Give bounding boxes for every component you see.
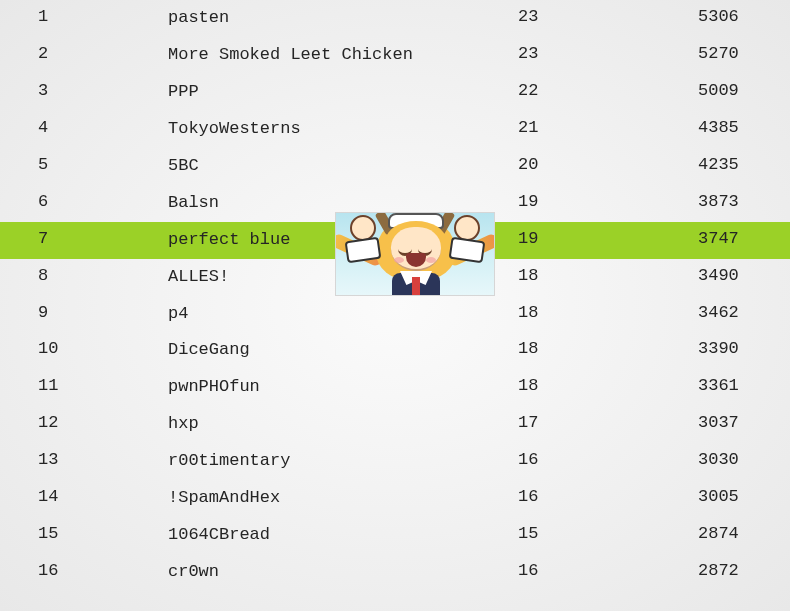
team-name-cell: p4 — [168, 303, 518, 326]
table-row: 151064CBread152874 — [0, 517, 790, 554]
rank-cell: 7 — [38, 229, 168, 248]
score-cell: 3747 — [698, 229, 752, 248]
solves-cell: 18 — [518, 339, 698, 358]
team-name-cell: TokyoWesterns — [168, 118, 518, 141]
team-name-cell: PPP — [168, 81, 518, 104]
solves-cell: 19 — [518, 192, 698, 211]
table-row: 9p4183462 — [0, 296, 790, 333]
solves-cell: 23 — [518, 44, 698, 63]
solves-cell: 16 — [518, 561, 698, 580]
score-cell: 3361 — [698, 376, 752, 395]
team-name-cell: r00timentary — [168, 450, 518, 473]
score-cell: 5009 — [698, 81, 752, 100]
table-row: 3PPP225009 — [0, 74, 790, 111]
solves-cell: 18 — [518, 303, 698, 322]
rank-cell: 8 — [38, 266, 168, 285]
table-row: 16cr0wn162872 — [0, 554, 790, 591]
table-row: 10DiceGang183390 — [0, 332, 790, 369]
rank-cell: 1 — [38, 7, 168, 26]
score-cell: 3490 — [698, 266, 752, 285]
table-row: 1pasten235306 — [0, 0, 790, 37]
rank-cell: 14 — [38, 487, 168, 506]
team-name-cell: More Smoked Leet Chicken — [168, 44, 518, 67]
anime-character-overlay — [335, 212, 495, 296]
score-cell: 3005 — [698, 487, 752, 506]
solves-cell: 16 — [518, 487, 698, 506]
rank-cell: 4 — [38, 118, 168, 137]
rank-cell: 13 — [38, 450, 168, 469]
team-name-cell: DiceGang — [168, 339, 518, 362]
team-name-cell: !SpamAndHex — [168, 487, 518, 510]
solves-cell: 17 — [518, 413, 698, 432]
score-cell: 3873 — [698, 192, 752, 211]
rank-cell: 15 — [38, 524, 168, 543]
table-row: 13r00timentary163030 — [0, 443, 790, 480]
rank-cell: 11 — [38, 376, 168, 395]
solves-cell: 21 — [518, 118, 698, 137]
solves-cell: 23 — [518, 7, 698, 26]
team-name-cell: hxp — [168, 413, 518, 436]
team-name-cell: cr0wn — [168, 561, 518, 584]
table-row: 2More Smoked Leet Chicken235270 — [0, 37, 790, 74]
solves-cell: 19 — [518, 229, 698, 248]
rank-cell: 12 — [38, 413, 168, 432]
rank-cell: 6 — [38, 192, 168, 211]
score-cell: 3037 — [698, 413, 752, 432]
score-cell: 3462 — [698, 303, 752, 322]
team-name-cell: 5BC — [168, 155, 518, 178]
score-cell: 4235 — [698, 155, 752, 174]
table-row: 55BC204235 — [0, 148, 790, 185]
score-cell: 2872 — [698, 561, 752, 580]
score-cell: 2874 — [698, 524, 752, 543]
table-row: 14!SpamAndHex163005 — [0, 480, 790, 517]
score-cell: 3390 — [698, 339, 752, 358]
table-row: 11pwnPHOfun183361 — [0, 369, 790, 406]
solves-cell: 15 — [518, 524, 698, 543]
score-cell: 5270 — [698, 44, 752, 63]
rank-cell: 10 — [38, 339, 168, 358]
rank-cell: 3 — [38, 81, 168, 100]
rank-cell: 9 — [38, 303, 168, 322]
team-name-cell: pwnPHOfun — [168, 376, 518, 399]
team-name-cell: 1064CBread — [168, 524, 518, 547]
solves-cell: 16 — [518, 450, 698, 469]
table-row: 4TokyoWesterns214385 — [0, 111, 790, 148]
solves-cell: 18 — [518, 266, 698, 285]
solves-cell: 20 — [518, 155, 698, 174]
score-cell: 4385 — [698, 118, 752, 137]
score-cell: 5306 — [698, 7, 752, 26]
rank-cell: 16 — [38, 561, 168, 580]
solves-cell: 22 — [518, 81, 698, 100]
rank-cell: 2 — [38, 44, 168, 63]
rank-cell: 5 — [38, 155, 168, 174]
score-cell: 3030 — [698, 450, 752, 469]
table-row: 12hxp173037 — [0, 406, 790, 443]
team-name-cell: pasten — [168, 7, 518, 30]
solves-cell: 18 — [518, 376, 698, 395]
